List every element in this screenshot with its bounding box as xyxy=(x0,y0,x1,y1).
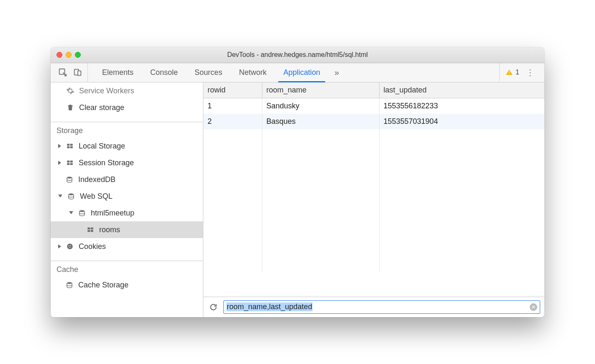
cell-rowid: 2 xyxy=(203,114,262,129)
table-row[interactable]: 2 Basques 1553557031904 xyxy=(203,114,544,129)
chevron-double-right-icon: » xyxy=(334,68,339,77)
close-icon: ✕ xyxy=(531,304,536,310)
sidebar-item-clear-storage[interactable]: Clear storage xyxy=(51,99,203,116)
window-title: DevTools - andrew.hedges.name/html5/sql.… xyxy=(51,51,544,59)
trash-icon xyxy=(66,103,75,112)
refresh-button[interactable] xyxy=(208,301,219,313)
warning-icon xyxy=(505,69,513,76)
sidebar-section-cache: Cache xyxy=(51,261,203,277)
tab-label: Elements xyxy=(102,68,133,77)
svg-point-15 xyxy=(80,210,85,212)
sidebar-item-label: Web SQL xyxy=(80,190,113,202)
sidebar-section-storage: Storage xyxy=(51,122,203,138)
tab-console[interactable]: Console xyxy=(142,63,186,82)
sidebar-item-local-storage[interactable]: Local Storage xyxy=(51,138,203,154)
svg-point-21 xyxy=(69,245,69,246)
sidebar-item-cache-storage[interactable]: Cache Storage xyxy=(51,277,203,293)
svg-rect-10 xyxy=(70,160,73,162)
sidebar-item-service-workers[interactable]: Service Workers xyxy=(51,82,203,99)
data-table: rowid room_name last_updated 1 Sandusky … xyxy=(203,82,544,297)
cell-last-updated: 1553556182233 xyxy=(379,98,544,114)
window-controls xyxy=(51,52,81,58)
svg-rect-2 xyxy=(78,71,81,75)
sidebar-item-label: Session Storage xyxy=(79,157,134,169)
minimize-window-button[interactable] xyxy=(66,52,72,58)
svg-rect-11 xyxy=(67,163,69,165)
sidebar-item-label: Local Storage xyxy=(79,140,125,152)
inspect-controls xyxy=(53,63,88,82)
close-window-button[interactable] xyxy=(56,52,62,58)
sidebar-item-session-storage[interactable]: Session Storage xyxy=(51,154,203,171)
warnings-indicator[interactable]: 1 xyxy=(505,69,519,76)
maximize-window-button[interactable] xyxy=(75,52,81,58)
column-header-rowid[interactable]: rowid xyxy=(203,82,262,98)
expand-icon xyxy=(58,144,61,148)
gear-icon xyxy=(66,86,75,95)
svg-rect-17 xyxy=(91,227,93,229)
svg-rect-8 xyxy=(70,146,73,148)
sidebar-item-label: Cookies xyxy=(79,241,106,252)
tab-label: Console xyxy=(150,68,178,77)
collapse-icon xyxy=(58,195,62,197)
column-header-room-name[interactable]: room_name xyxy=(262,82,379,98)
svg-rect-4 xyxy=(509,74,510,74)
svg-rect-12 xyxy=(70,163,73,165)
column-header-last-updated[interactable]: last_updated xyxy=(379,82,544,98)
sidebar-item-label: Cache Storage xyxy=(78,279,128,291)
inspect-element-icon[interactable] xyxy=(58,68,67,77)
svg-point-22 xyxy=(70,245,71,246)
cookie-icon xyxy=(65,242,74,251)
sidebar-item-label: rooms xyxy=(99,224,120,236)
warnings-count: 1 xyxy=(515,69,519,76)
tab-label: Sources xyxy=(195,68,222,77)
query-input[interactable]: room_name,last_updated ✕ xyxy=(223,300,540,314)
table-icon xyxy=(86,225,95,234)
svg-point-23 xyxy=(69,247,70,248)
sidebar-item-cookies[interactable]: Cookies xyxy=(51,238,203,255)
svg-rect-3 xyxy=(509,72,510,73)
table-header-row: rowid room_name last_updated xyxy=(203,82,544,98)
devtools-tabbar: Elements Console Sources Network Applica… xyxy=(51,63,544,82)
sidebar-item-label: Service Workers xyxy=(79,85,134,97)
table-icon xyxy=(65,141,74,151)
sidebar-item-label: html5meetup xyxy=(91,207,134,219)
svg-rect-18 xyxy=(87,230,90,232)
sidebar-item-label: IndexedDB xyxy=(78,174,115,185)
svg-rect-5 xyxy=(67,144,69,146)
svg-point-25 xyxy=(67,282,72,284)
sidebar-item-indexeddb[interactable]: IndexedDB xyxy=(51,171,203,188)
cell-last-updated: 1553557031904 xyxy=(379,114,544,129)
table-row[interactable]: 1 Sandusky 1553556182233 xyxy=(203,98,544,114)
tab-application[interactable]: Application xyxy=(275,63,328,82)
tab-network[interactable]: Network xyxy=(231,63,275,82)
tabs-overflow-button[interactable]: » xyxy=(328,63,345,82)
collapse-icon xyxy=(69,211,73,214)
kebab-icon: ⋮ xyxy=(526,68,534,77)
titlebar: DevTools - andrew.hedges.name/html5/sql.… xyxy=(51,47,544,63)
tabbar-right: 1 ⋮ xyxy=(499,63,542,82)
devtools-window: DevTools - andrew.hedges.name/html5/sql.… xyxy=(51,47,544,317)
svg-rect-7 xyxy=(67,146,69,148)
svg-rect-9 xyxy=(67,160,69,162)
table-icon xyxy=(65,158,74,167)
clear-input-button[interactable]: ✕ xyxy=(530,303,537,311)
svg-point-20 xyxy=(67,244,73,249)
cell-room-name: Sandusky xyxy=(262,98,379,114)
content-area: rowid room_name last_updated 1 Sandusky … xyxy=(203,82,544,317)
expand-icon xyxy=(58,244,61,249)
sidebar-item-database[interactable]: html5meetup xyxy=(51,205,203,221)
database-icon xyxy=(65,280,74,290)
sidebar-item-table-rooms[interactable]: rooms xyxy=(51,221,203,238)
svg-rect-19 xyxy=(91,230,93,232)
sidebar-item-web-sql[interactable]: Web SQL xyxy=(51,188,203,205)
refresh-icon xyxy=(209,303,218,311)
more-options-button[interactable]: ⋮ xyxy=(524,67,536,77)
database-icon xyxy=(67,192,76,201)
svg-rect-16 xyxy=(87,227,90,229)
svg-point-24 xyxy=(70,246,71,247)
panel-tabs: Elements Console Sources Network Applica… xyxy=(88,63,499,82)
tab-elements[interactable]: Elements xyxy=(94,63,142,82)
tab-sources[interactable]: Sources xyxy=(186,63,231,82)
device-toggle-icon[interactable] xyxy=(73,68,82,77)
application-sidebar: Service Workers Clear storage Storage Lo… xyxy=(51,82,203,317)
